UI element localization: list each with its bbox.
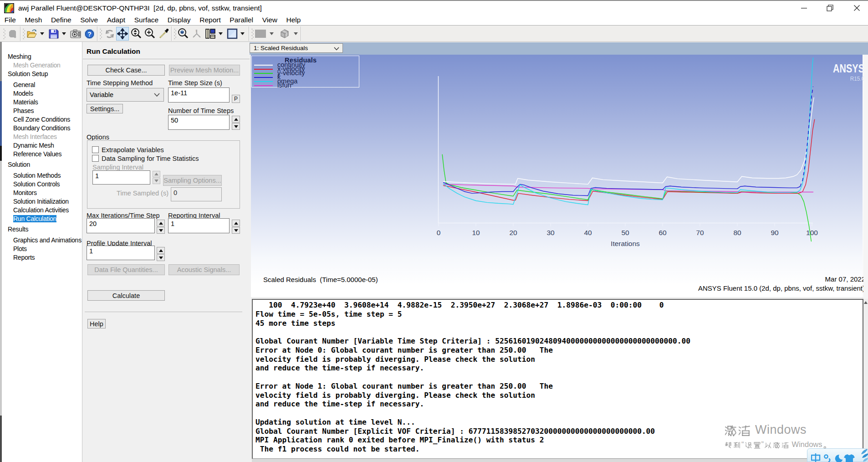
menu-display[interactable]: Display [163, 15, 195, 25]
preview-mesh-motion-button: Preview Mesh Motion... [169, 65, 240, 76]
tree-item-run-calculation[interactable]: Run Calculation [2, 215, 82, 223]
toolbar-help-button[interactable]: ? [83, 27, 96, 41]
graphics-window-selector[interactable]: 1: Scaled Residuals [250, 43, 343, 53]
tree-item-dynamic-mesh[interactable]: Dynamic Mesh [2, 141, 82, 150]
menu-solve[interactable]: Solve [76, 15, 102, 25]
zoom-plus-icon [144, 28, 156, 40]
viewport-dropdown-button[interactable] [239, 27, 246, 41]
rotate-view-button[interactable] [103, 27, 116, 41]
punctuation-icon[interactable] [824, 454, 831, 462]
tree-item-phases[interactable]: Phases [2, 107, 82, 115]
dropdown-arrow-icon [270, 32, 274, 35]
menu-help[interactable]: Help [282, 15, 305, 25]
number-of-time-steps-input[interactable]: 50 [168, 115, 230, 130]
time-step-size-input[interactable]: 1e-11 [168, 87, 230, 103]
chevron-down-icon [154, 93, 160, 97]
profile-update-interval-input[interactable]: 1 [87, 246, 155, 260]
menu-define[interactable]: Define [46, 15, 76, 25]
chinese-mode-icon[interactable] [811, 453, 821, 462]
tree-item-models[interactable]: Models [2, 89, 82, 98]
save-dropdown-button[interactable] [60, 27, 67, 41]
profile-spin-down[interactable] [157, 254, 165, 261]
axes-tree-button[interactable]: y [190, 27, 203, 41]
toolbar-separator [171, 26, 172, 41]
graphics-canvas[interactable] [251, 55, 863, 297]
time-steps-spin-up[interactable] [232, 116, 240, 123]
profile-spin-up[interactable] [157, 247, 165, 254]
max-iterations-input[interactable]: 20 [87, 218, 155, 233]
close-button[interactable] [847, 1, 867, 15]
console-scrollbar[interactable] [863, 299, 868, 459]
spin-down-icon [234, 125, 238, 128]
tree-group-results: Results [2, 225, 82, 234]
reporting-spin-up[interactable] [232, 220, 240, 226]
menu-view[interactable]: View [258, 15, 282, 25]
surface-solid-button[interactable] [254, 27, 267, 41]
menu-surface[interactable]: Surface [130, 15, 163, 25]
snapshot-button[interactable] [69, 27, 82, 41]
options-groupbox: Extrapolate Variables Data Sampling for … [87, 140, 240, 209]
menu-parallel[interactable]: Parallel [225, 15, 258, 25]
tree-item-monitors[interactable]: Monitors [2, 189, 82, 197]
toolbar-gripper [99, 27, 102, 41]
tree-item-boundary-conditions[interactable]: Boundary Conditions [2, 124, 82, 133]
menu-mesh[interactable]: Mesh [20, 15, 47, 25]
reporting-interval-input[interactable]: 1 [168, 218, 230, 233]
surface-dropdown-button[interactable] [268, 27, 275, 41]
toolbar-gripper [174, 27, 176, 41]
max-iterations-spin-down[interactable] [157, 227, 165, 234]
time-stepping-method-select[interactable]: Variable [87, 88, 164, 102]
toolbar-gripper [22, 27, 25, 41]
pan-view-button[interactable] [116, 27, 129, 41]
cjk-glyph [725, 425, 737, 437]
tree-item-solution-controls[interactable]: Solution Controls [2, 180, 82, 189]
tree-item-general[interactable]: General [2, 81, 82, 89]
p-button[interactable]: P [232, 95, 240, 103]
data-sampling-checkbox[interactable] [92, 155, 99, 162]
mesh-display-button[interactable] [6, 27, 19, 41]
settings-button[interactable]: Settings... [87, 104, 123, 113]
save-case-button[interactable] [47, 27, 60, 41]
probe-magnifier-button[interactable] [177, 27, 189, 41]
tree-item-solution-initialization[interactable]: Solution Initialization [2, 197, 82, 206]
tree-item-materials[interactable]: Materials [2, 98, 82, 107]
check-case-button[interactable]: Check Case... [87, 65, 165, 76]
panels-button[interactable] [204, 27, 217, 41]
probe-pen-button[interactable] [157, 27, 170, 41]
cube-icon [278, 28, 291, 40]
spin-up-icon [159, 249, 163, 252]
panels-dropdown-button[interactable] [217, 27, 224, 41]
skin-shirt-icon[interactable] [844, 454, 855, 462]
task-help-button[interactable]: Help [87, 319, 106, 329]
viewport-frame-button[interactable] [226, 27, 239, 41]
menu-adapt[interactable]: Adapt [102, 15, 130, 25]
max-iterations-spin-up[interactable] [157, 220, 165, 226]
extrapolate-variables-checkbox[interactable] [92, 146, 99, 153]
console-line: Global Courant Number [Variable Time Ste… [255, 337, 863, 346]
minimize-button[interactable] [794, 1, 814, 15]
open-case-button[interactable] [26, 27, 38, 41]
moon-icon[interactable] [834, 454, 843, 462]
legend-swatch [254, 85, 273, 86]
tree-item-reference-values[interactable]: Reference Values [2, 150, 82, 159]
tree-item-reports[interactable]: Reports [2, 253, 82, 262]
calculate-button[interactable]: Calculate [87, 290, 165, 301]
tree-item-plots[interactable]: Plots [2, 245, 82, 253]
tree-item-cell-zone-conditions[interactable]: Cell Zone Conditions [2, 115, 82, 124]
maximize-restore-button[interactable] [820, 1, 840, 15]
menu-report[interactable]: Report [195, 15, 225, 25]
zoom-area-button[interactable] [143, 27, 156, 41]
time-steps-spin-down[interactable] [232, 123, 240, 130]
zoom-in-out-button[interactable] [130, 27, 143, 41]
tree-item-calculation-activities[interactable]: Calculation Activities [2, 206, 82, 215]
menu-file[interactable]: File [0, 15, 20, 25]
ime-toolbar[interactable] [807, 448, 868, 462]
tree-item-solution-methods[interactable]: Solution Methods [2, 171, 82, 180]
open-dropdown-button[interactable] [38, 27, 46, 41]
view-dropdown-button[interactable] [292, 27, 299, 41]
view-box-button[interactable] [278, 27, 291, 41]
reporting-spin-down[interactable] [232, 227, 240, 234]
cjk-glyph [782, 442, 789, 449]
tree-item-graphics-and-animations[interactable]: Graphics and Animations [2, 236, 82, 245]
console-line: 100 4.7923e+40 3.9608e+14 4.9882e-15 2.3… [255, 301, 863, 310]
